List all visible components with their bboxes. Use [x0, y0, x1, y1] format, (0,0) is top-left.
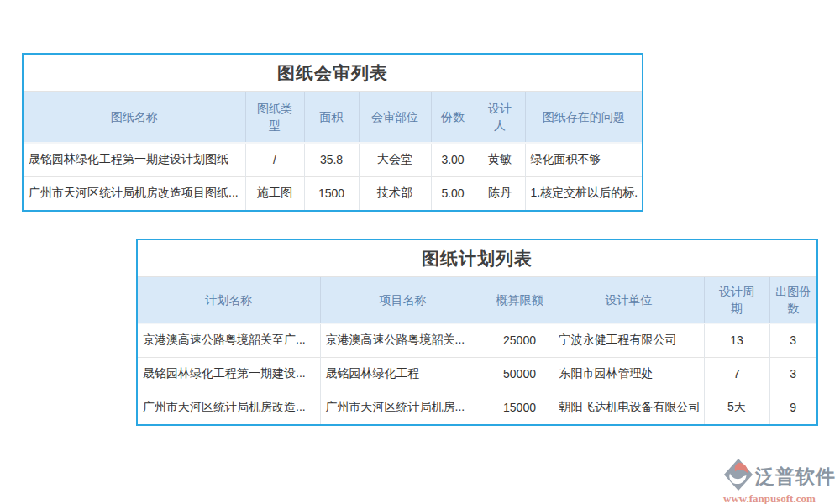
project-name-link[interactable]: 广州市天河区统计局机房...	[320, 391, 486, 424]
design-cycle-cell: 13	[704, 323, 769, 357]
brand-url[interactable]: www.fanpusoft.com	[723, 492, 834, 504]
page: 图纸会审列表 图纸名称 图纸类 型 面积 会审部位 份数 设计 人 图纸存在的问…	[0, 0, 840, 504]
col-header-design-unit: 设计单位	[554, 277, 704, 323]
designer-cell: 黄敏	[475, 143, 525, 176]
col-header-print-copies: 出图份 数	[769, 277, 816, 323]
design-cycle-cell: 5天	[704, 391, 769, 424]
designer-cell: 陈丹	[475, 176, 525, 210]
design-unit-link[interactable]: 朝阳飞达机电设备有限公司	[554, 391, 704, 424]
area-cell: 1500	[304, 176, 359, 210]
drawing-type-cell: /	[245, 143, 304, 176]
budget-cell: 15000	[486, 391, 554, 424]
col-header-budget-limit: 概算限额	[486, 277, 554, 323]
plan-table-panel: 图纸计划列表 计划名称 项目名称 概算限额 设计单位 设计周 期 出图份 数 京…	[136, 239, 818, 426]
copies-cell: 3.00	[431, 143, 475, 176]
budget-cell: 50000	[486, 357, 554, 391]
review-dept-cell: 大会堂	[359, 143, 431, 176]
review-table-title: 图纸会审列表	[24, 55, 642, 92]
issues-cell: 绿化面积不够	[525, 143, 642, 176]
print-copies-cell: 3	[769, 357, 816, 391]
plan-table-title: 图纸计划列表	[138, 240, 816, 277]
print-copies-cell: 3	[769, 323, 816, 357]
table-row: 晟铭园林绿化工程第一期建设计划图纸 / 35.8 大会堂 3.00 黄敏 绿化面…	[24, 143, 642, 176]
issues-cell: 1.核定交桩以后的标.	[525, 176, 642, 210]
drawing-name-link[interactable]: 广州市天河区统计局机房改造项目图纸...	[24, 176, 245, 210]
col-header-copies: 份数	[431, 92, 475, 143]
col-header-project-name: 项目名称	[320, 277, 486, 323]
table-row: 广州市天河区统计局机房改造... 广州市天河区统计局机房... 15000 朝阳…	[138, 391, 816, 424]
design-unit-link[interactable]: 东阳市园林管理处	[554, 357, 704, 391]
plan-header-row: 计划名称 项目名称 概算限额 设计单位 设计周 期 出图份 数	[138, 277, 816, 323]
col-header-drawing-name: 图纸名称	[24, 92, 245, 143]
project-name-link[interactable]: 晟铭园林绿化工程	[320, 357, 486, 391]
col-header-issues: 图纸存在的问题	[525, 92, 642, 143]
drawing-name-link[interactable]: 晟铭园林绿化工程第一期建设计划图纸	[24, 143, 245, 176]
table-row: 晟铭园林绿化工程第一期建设... 晟铭园林绿化工程 50000 东阳市园林管理处…	[138, 357, 816, 391]
area-cell: 35.8	[304, 143, 359, 176]
copies-cell: 5.00	[431, 176, 475, 210]
review-table: 图纸名称 图纸类 型 面积 会审部位 份数 设计 人 图纸存在的问题 晟铭园林绿…	[24, 92, 642, 210]
review-table-panel: 图纸会审列表 图纸名称 图纸类 型 面积 会审部位 份数 设计 人 图纸存在的问…	[22, 53, 643, 212]
design-unit-link[interactable]: 宁波永健工程有限公司	[554, 323, 704, 357]
col-header-drawing-type: 图纸类 型	[245, 92, 304, 143]
brand-name: 泛普软件	[755, 464, 836, 490]
project-name-link[interactable]: 京港澳高速公路粤境韶关...	[320, 323, 486, 357]
col-header-review-dept: 会审部位	[359, 92, 431, 143]
col-header-plan-name: 计划名称	[138, 277, 320, 323]
drawing-type-cell: 施工图	[245, 176, 304, 210]
fanpu-brand: 泛普软件 www.fanpusoft.com	[723, 458, 834, 504]
budget-cell: 25000	[486, 323, 554, 357]
fanpu-brand-top: 泛普软件	[723, 458, 834, 495]
table-row: 广州市天河区统计局机房改造项目图纸... 施工图 1500 技术部 5.00 陈…	[24, 176, 642, 210]
review-header-row: 图纸名称 图纸类 型 面积 会审部位 份数 设计 人 图纸存在的问题	[24, 92, 642, 143]
plan-name-link[interactable]: 晟铭园林绿化工程第一期建设...	[138, 357, 320, 391]
col-header-designer: 设计 人	[475, 92, 525, 143]
col-header-area: 面积	[304, 92, 359, 143]
design-cycle-cell: 7	[704, 357, 769, 391]
print-copies-cell: 9	[769, 391, 816, 424]
fanpu-logo-icon	[723, 458, 753, 495]
table-row: 京港澳高速公路粤境韶关至广... 京港澳高速公路粤境韶关... 25000 宁波…	[138, 323, 816, 357]
plan-name-link[interactable]: 广州市天河区统计局机房改造...	[138, 391, 320, 424]
col-header-design-cycle: 设计周 期	[704, 277, 769, 323]
review-dept-cell: 技术部	[359, 176, 431, 210]
plan-table: 计划名称 项目名称 概算限额 设计单位 设计周 期 出图份 数 京港澳高速公路粤…	[138, 277, 816, 424]
plan-name-link[interactable]: 京港澳高速公路粤境韶关至广...	[138, 323, 320, 357]
